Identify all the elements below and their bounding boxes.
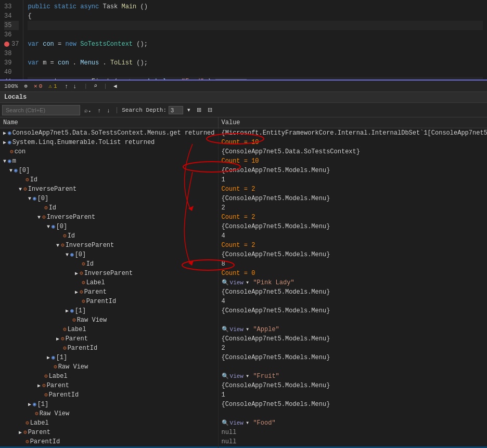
row-icon: ⚙ [44, 373, 48, 379]
table-row[interactable]: ⚙Id2int [0, 203, 487, 213]
row-icon: ⚙ [54, 364, 57, 370]
col-header-value: Value [218, 117, 487, 128]
row-name: [0] [37, 195, 49, 202]
table-row[interactable]: ◉[1]{ConsoleApp7net5.Models.Menu}Co [0, 446, 487, 449]
row-icon: ⚙ [25, 177, 29, 183]
table-row[interactable]: ⚙Id1 [0, 175, 487, 185]
expand-arrow-right[interactable] [3, 139, 6, 146]
row-icon: ⚙ [44, 205, 48, 211]
row-name: InverseParent [47, 214, 96, 221]
status-bar: 100% ⊕ ✕ 0 ⚠ 1 ↑ ↓ | ⌕ | ◀ [0, 81, 487, 92]
expand-arrow-down[interactable] [47, 224, 50, 230]
table-row[interactable]: ◉[1]{ConsoleApp7net5.Models.Menu}Co [0, 353, 487, 362]
nav-up-button[interactable]: ↑ [63, 82, 70, 90]
table-row[interactable]: ⚙Raw View [0, 315, 487, 325]
table-row[interactable]: ◉System.Linq.Enumerable.ToList returnedC… [0, 138, 487, 147]
grid-button[interactable]: ⊟ [206, 106, 214, 114]
row-icon: ⚙ [25, 420, 29, 426]
expand-arrow-down[interactable] [3, 159, 6, 164]
expand-button[interactable]: ⊞ [195, 106, 203, 114]
depth-dropdown-button[interactable]: ▾ [185, 106, 193, 114]
table-row[interactable]: ⚙con{ConsoleApp7net5.Data.SoTestsContext… [0, 147, 487, 156]
magnify-icon: 🔍 [222, 326, 229, 333]
table-row[interactable]: ◉mCount = 10Sys [0, 156, 487, 166]
expand-arrow-down[interactable] [66, 252, 69, 258]
table-row[interactable]: ⚙InverseParentCount = 2Sys [0, 241, 487, 250]
row-name: m [12, 157, 16, 165]
table-row[interactable]: ⚙Raw View [0, 409, 487, 418]
view-link[interactable]: View [230, 326, 244, 333]
nav-down-button[interactable]: ↓ [72, 82, 78, 90]
table-row[interactable]: ⚙Id8int [0, 259, 487, 269]
table-row[interactable]: ⚙InverseParentCount = 2Sys [0, 185, 487, 194]
search-options-button[interactable]: ⌕▾ [82, 106, 94, 114]
row-icon: ◉ [70, 252, 74, 258]
table-row[interactable]: ◉[0]{ConsoleApp7net5.Models.Menu}Co [0, 250, 487, 259]
table-row[interactable]: ⚙ParentId4int [0, 297, 487, 306]
table-row[interactable]: ⚙Label🔍View▾ "Apple"str [0, 325, 487, 334]
table-row[interactable]: ⚙Raw View [0, 362, 487, 372]
row-name: [1] [56, 354, 68, 361]
expand-arrow-down[interactable] [56, 243, 59, 248]
expand-arrow-down[interactable] [9, 168, 12, 174]
expand-arrow-right[interactable] [19, 429, 22, 436]
table-row[interactable]: ◉[1]{ConsoleApp7net5.Models.Menu}Co [0, 306, 487, 315]
row-name: Parent [47, 382, 69, 389]
row-icon: ⚙ [10, 149, 14, 155]
expand-arrow-right[interactable] [66, 308, 69, 314]
expand-arrow-right[interactable] [47, 354, 50, 361]
row-name: [1] [75, 307, 86, 314]
table-row[interactable]: ⚙Label🔍View▾ "Food"str [0, 418, 487, 428]
row-name: [1] [37, 401, 49, 408]
expand-arrow-right[interactable] [75, 289, 78, 295]
search-depth-input[interactable] [169, 106, 183, 114]
table-row[interactable]: ⚙Label🔍View▾ "Fruit"str [0, 372, 487, 381]
view-link[interactable]: View [230, 420, 244, 426]
expand-arrow-down[interactable] [37, 215, 41, 220]
table-row[interactable]: ⚙Parent{ConsoleApp7net5.Models.Menu}Co [0, 287, 487, 297]
expand-arrow-right[interactable] [3, 130, 6, 136]
table-header: Name Value Typ [0, 117, 487, 128]
nav-down-button-locals[interactable]: ↓ [105, 106, 112, 114]
expand-arrow-right[interactable] [37, 383, 41, 389]
expand-arrow-right[interactable] [56, 336, 59, 342]
scroll-left-icon[interactable]: ◀ [113, 83, 117, 89]
table-row[interactable]: ⚙ParentId1int [0, 390, 487, 400]
breakpoint-icon [4, 42, 9, 47]
warning-count: 1 [54, 83, 57, 89]
expand-arrow-right[interactable] [28, 401, 31, 407]
table-row[interactable]: ⚙ParentIdnullint [0, 437, 487, 446]
table-row[interactable]: ⚙InverseParentCount = 0Sys [0, 269, 487, 278]
row-value: Count = 10 [222, 157, 259, 165]
table-row[interactable]: ⚙InverseParentCount = 2Sys [0, 213, 487, 222]
table-row[interactable]: ⚙Label🔍View▾ "Pink Lady"str [0, 278, 487, 287]
table-row[interactable]: ⚙Id4int [0, 231, 487, 241]
row-icon: ⚙ [44, 392, 48, 398]
row-value: "Pink Lady" [253, 279, 294, 286]
locals-search-input[interactable] [2, 105, 80, 115]
table-row[interactable]: ⚙ParentId2int [0, 344, 487, 353]
row-value: Count = 0 [222, 270, 255, 277]
view-link[interactable]: View [230, 373, 244, 379]
table-row[interactable]: ⚙Parent{ConsoleApp7net5.Models.Menu}Co [0, 334, 487, 344]
line-36: 36 [4, 30, 19, 39]
expand-arrow-down[interactable] [28, 196, 31, 202]
row-icon: ◉ [70, 308, 74, 314]
table-row[interactable]: ◉[0]{ConsoleApp7net5.Models.Menu}Co [0, 166, 487, 175]
table-row[interactable]: ◉[0]{ConsoleApp7net5.Models.Menu}Co [0, 194, 487, 203]
expand-arrow-right[interactable] [75, 270, 78, 276]
table-row[interactable]: ⚙ParentnullCo [0, 428, 487, 437]
row-value: {ConsoleApp7net5.Models.Menu} [222, 354, 330, 361]
table-row[interactable]: ◉[0]{ConsoleApp7net5.Models.Menu}Co [0, 222, 487, 231]
row-name: InverseParent [84, 270, 133, 277]
table-row[interactable]: ◉[1]{ConsoleApp7net5.Models.Menu}Co [0, 400, 487, 409]
row-value: null [222, 429, 237, 436]
nav-up-button-locals[interactable]: ↑ [96, 106, 103, 114]
magnify-icon: 🔍 [222, 420, 229, 426]
table-row[interactable]: ◉ConsoleApp7net5.Data.SoTestsContext.Men… [0, 128, 487, 138]
expand-arrow-down[interactable] [19, 187, 22, 192]
table-row[interactable]: ⚙Parent{ConsoleApp7net5.Models.Menu}Co [0, 381, 487, 390]
line-33: 33 [4, 2, 19, 11]
locals-header: Locals [0, 92, 487, 103]
view-link[interactable]: View [230, 280, 244, 286]
